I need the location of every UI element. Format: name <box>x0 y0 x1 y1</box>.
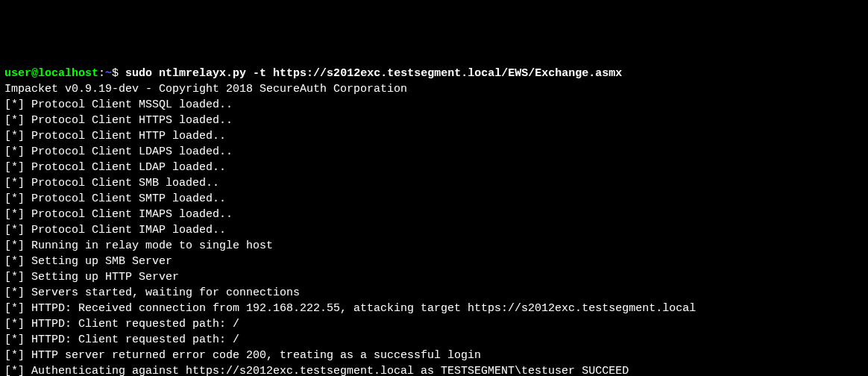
output-line: [*] HTTPD: Client requested path: / <box>4 332 864 348</box>
output-line: [*] Protocol Client LDAPS loaded.. <box>4 144 864 160</box>
output-line: [*] Protocol Client MSSQL loaded.. <box>4 97 864 113</box>
output-line: [*] HTTPD: Client requested path: / <box>4 316 864 332</box>
command-text: sudo ntlmrelayx.py -t https://s2012exc.t… <box>125 67 622 80</box>
prompt-dollar: $ <box>112 67 125 80</box>
output-line: [*] HTTP server returned error code 200,… <box>4 348 864 363</box>
output-line: [*] HTTPD: Received connection from 192.… <box>4 301 864 316</box>
output-line: [*] Protocol Client HTTPS loaded.. <box>4 113 864 128</box>
output-line: [*] Setting up SMB Server <box>4 254 864 269</box>
output-line: [*] Setting up HTTP Server <box>4 269 864 285</box>
output-line: [*] Authenticating against https://s2012… <box>4 363 864 376</box>
output-line: [*] Protocol Client LDAP loaded.. <box>4 160 864 175</box>
prompt-separator: : <box>98 67 105 80</box>
output-line: [*] Protocol Client SMB loaded.. <box>4 175 864 191</box>
output-line: [*] Protocol Client IMAP loaded.. <box>4 222 864 238</box>
terminal[interactable]: user@localhost:~$ sudo ntlmrelayx.py -t … <box>4 66 864 376</box>
banner-line: Impacket v0.9.19-dev - Copyright 2018 Se… <box>4 81 864 97</box>
output-line: [*] Servers started, waiting for connect… <box>4 285 864 301</box>
output-line: [*] Protocol Client IMAPS loaded.. <box>4 207 864 222</box>
output-line: [*] Running in relay mode to single host <box>4 238 864 254</box>
prompt-path: ~ <box>105 67 112 80</box>
output-line: [*] Protocol Client HTTP loaded.. <box>4 128 864 144</box>
prompt-line: user@localhost:~$ sudo ntlmrelayx.py -t … <box>4 66 864 81</box>
output-line: [*] Protocol Client SMTP loaded.. <box>4 191 864 207</box>
prompt-userhost: user@localhost <box>4 67 98 80</box>
